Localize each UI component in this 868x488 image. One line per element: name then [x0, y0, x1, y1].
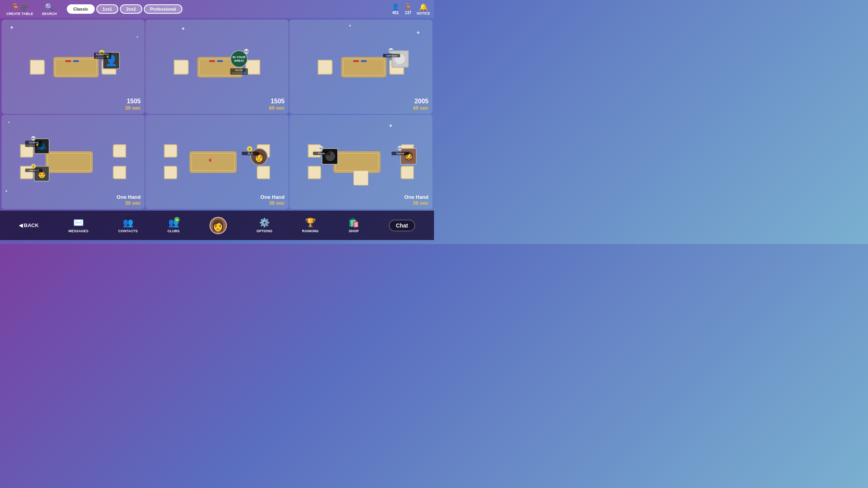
player-name: Darleng: [27, 141, 41, 144]
table-time: 60 sec: [269, 105, 285, 111]
top-bar: 🪑➕ CREATE TABLE 🔍 SEARCH Classic 1vs1 2v…: [0, 0, 434, 18]
avatar: IN YOURAREA! 💀: [230, 50, 248, 68]
sparkle-decoration: ✦: [348, 24, 351, 28]
player-name-tag: ELix: [242, 152, 259, 155]
create-table-icon: 🪑➕: [11, 3, 28, 11]
avatar: 👨: [34, 166, 50, 182]
back-button[interactable]: ◀ BACK: [19, 222, 39, 228]
player-avatar-nav[interactable]: 👩: [210, 217, 227, 234]
tables-grid: ✦ ✦ 👤: [0, 18, 434, 211]
create-table-button[interactable]: 🪑➕ CREATE TABLE: [4, 2, 35, 17]
table-score: 1505: [125, 98, 141, 105]
player-name-tag: xxKingxx: [383, 54, 400, 57]
player-name-tag: AWAYFRO DABEST 🏆: [94, 53, 111, 59]
table-score: 1505: [269, 98, 285, 105]
table-row[interactable]: ✦ IN YOURAREA! 💀: [145, 20, 289, 114]
table-time: 30 sec: [261, 200, 285, 206]
player-subtitle: OT4EVER 🌐: [232, 72, 246, 74]
table-row[interactable]: ✦ ✦ 👤: [2, 20, 145, 114]
friends-icon: 👤: [392, 3, 399, 11]
table-mode: One Hand: [405, 194, 428, 200]
table-info: One Hand 30 sec: [405, 194, 428, 206]
table-scene: IN YOURAREA! 💀 Montii OT4EVER 🌐: [145, 34, 289, 100]
mode-professional[interactable]: Professional: [144, 4, 182, 14]
table-time: 30 sec: [125, 105, 141, 111]
table-row[interactable]: ✦ ✦ ⚪ 💀: [289, 20, 432, 114]
top-right-area: 👤 401 🪑 137 🔔 NOTICE: [392, 3, 430, 15]
player-subtitle: DABEST 🏆: [96, 56, 110, 59]
player-name-tag: Daniel: [392, 152, 409, 155]
chat-button[interactable]: Chat: [389, 220, 415, 231]
player-badge: 1: [31, 164, 36, 169]
contacts-icon: 👥: [123, 218, 133, 228]
table-time: 45 sec: [413, 105, 428, 111]
mode-tabs: Classic 1vs1 2vs2 Professional: [67, 4, 182, 14]
messages-nav-item[interactable]: ✉️ MESSAGES: [68, 218, 88, 233]
player-subtitle: FSDA 🏆: [27, 144, 41, 147]
avatar: ⚫: [322, 148, 338, 165]
player-name: Paula: [314, 152, 329, 155]
table-time: 30 sec: [405, 200, 428, 206]
table-scene: 👤 2 AWAYFRO DABEST 🏆: [2, 34, 145, 100]
search-icon: 🔍: [45, 3, 53, 11]
notice-icon: 🔔: [419, 3, 428, 11]
table-scene: 🧥 💀 Darleng FSDA 🏆 👨 1: [2, 129, 145, 195]
ranking-icon: 🏆: [305, 218, 316, 228]
sparkle-decoration: ✦: [181, 26, 186, 32]
table-info: 2005 45 sec: [413, 98, 428, 111]
table-info: 1505 30 sec: [125, 98, 141, 111]
messages-icon: ✉️: [73, 218, 84, 228]
player-wrap: IN YOURAREA! 💀 Montii OT4EVER 🌐: [230, 50, 248, 68]
player-name-tag: Liamn12: [25, 169, 42, 172]
table-row[interactable]: ♦ 👩 2 ELix One: [145, 115, 289, 209]
sparkle-decoration: ✦: [388, 123, 393, 129]
options-icon: ⚙️: [259, 218, 270, 228]
avatar: 👩: [250, 148, 268, 165]
player-name: Daniel: [393, 152, 407, 155]
player-badge: 2: [247, 146, 252, 152]
tables-icon: 🪑: [404, 3, 412, 11]
sparkle-decoration: ✦: [7, 121, 10, 124]
table-row[interactable]: ✦ ⚫ 💀 P: [289, 115, 432, 209]
table-info: One Hand 30 sec: [117, 194, 141, 206]
tables-counter[interactable]: 🪑 137: [404, 3, 412, 15]
table-info: 1505 60 sec: [269, 98, 285, 111]
player-name-tag: Darleng FSDA 🏆: [25, 141, 42, 147]
mode-2vs2[interactable]: 2vs2: [120, 4, 142, 14]
player-name: Liamn12: [27, 169, 41, 172]
notice-button[interactable]: 🔔 NOTICE: [417, 3, 430, 15]
table-mode: One Hand: [261, 194, 285, 200]
avatar: ⚪: [392, 50, 409, 68]
shop-icon: 🛍️: [348, 218, 359, 228]
player-name-tag: Montii OT4EVER 🌐: [230, 68, 248, 75]
contacts-nav-item[interactable]: 👥 CONTACTS: [118, 218, 138, 233]
back-arrow-icon: ◀: [19, 222, 23, 228]
table-scene: ♦ 👩 2 ELix: [145, 129, 289, 195]
table-scene: ⚫ 💀 Paula 🧔 💀: [289, 129, 432, 195]
clubs-nav-item[interactable]: 👥 N CLUBS: [167, 218, 180, 233]
search-button[interactable]: 🔍 SEARCH: [39, 2, 59, 17]
player-name: Montii: [232, 69, 246, 72]
player-name: xxKingxx: [384, 54, 399, 57]
shop-nav-item[interactable]: 🛍️ SHOP: [348, 218, 359, 233]
table-score: 2005: [413, 98, 428, 105]
table-row[interactable]: ✦ ✦ 🧥 💀: [2, 115, 145, 209]
friends-counter[interactable]: 👤 401: [392, 3, 399, 15]
player-name: AWAYFRO: [96, 53, 110, 56]
sparkle-decoration: ✦: [9, 24, 14, 31]
ranking-nav-item[interactable]: 🏆 RANKING: [302, 218, 319, 233]
table-mode: One Hand: [117, 194, 141, 200]
player-name-tag: Paula: [313, 152, 330, 155]
table-time: 30 sec: [117, 200, 141, 206]
player-name: ELix: [243, 152, 257, 155]
mode-classic[interactable]: Classic: [67, 4, 95, 14]
bottom-nav: ◀ BACK ✉️ MESSAGES 👥 CONTACTS 👥 N CLUBS …: [0, 211, 434, 240]
options-nav-item[interactable]: ⚙️ OPTIONS: [256, 218, 272, 233]
table-scene: ⚪ 💀 xxKingxx: [289, 34, 432, 100]
table-info: One Hand 30 sec: [261, 194, 285, 206]
avatar: 🧔: [400, 148, 417, 165]
clubs-notification-badge: 👥 N: [168, 218, 179, 228]
mode-1vs1[interactable]: 1vs1: [96, 4, 118, 14]
